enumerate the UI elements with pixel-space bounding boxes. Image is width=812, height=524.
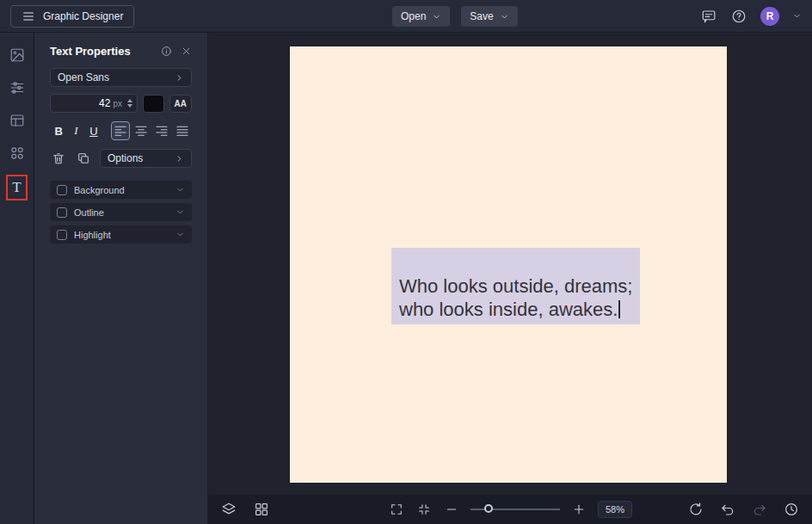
account-chevron-down-icon[interactable]	[792, 11, 802, 21]
sidebar-item-templates[interactable]	[6, 109, 28, 132]
sidebar-item-text[interactable]: T	[6, 175, 28, 200]
align-justify-icon	[175, 124, 189, 138]
help-button[interactable]	[730, 8, 747, 25]
chevron-down-icon[interactable]	[175, 207, 185, 217]
chevron-right-icon	[175, 154, 184, 163]
layers-icon	[221, 502, 237, 517]
options-select[interactable]: Options	[100, 149, 192, 168]
redo-button[interactable]	[751, 501, 768, 518]
sidebar-item-shapes[interactable]	[6, 142, 28, 164]
highlight-checkbox[interactable]	[57, 230, 67, 240]
close-icon[interactable]	[181, 46, 192, 57]
sidebar-item-adjust[interactable]	[6, 77, 28, 99]
undo-button[interactable]	[719, 501, 736, 518]
align-right-button[interactable]	[152, 121, 171, 140]
grid-icon	[254, 502, 269, 517]
chevron-down-icon[interactable]	[175, 185, 185, 194]
background-toggle[interactable]: Background	[50, 181, 192, 199]
align-center-button[interactable]	[132, 121, 151, 140]
layers-button[interactable]	[220, 501, 237, 518]
align-right-icon	[155, 124, 169, 138]
open-button[interactable]: Open	[392, 6, 450, 27]
text-tool-icon: T	[12, 179, 21, 196]
canvas-text: Who looks outside, dreams; who looks ins…	[399, 275, 632, 320]
grid-view-button[interactable]	[253, 501, 270, 518]
save-button[interactable]: Save	[461, 6, 517, 27]
chevron-down-icon	[500, 12, 509, 22]
hamburger-icon	[22, 9, 35, 23]
delete-button[interactable]	[50, 150, 67, 167]
outline-toggle[interactable]: Outline	[50, 203, 192, 221]
stepper-up-icon[interactable]	[127, 99, 132, 102]
zoom-out-button[interactable]	[443, 501, 460, 518]
highlight-toggle[interactable]: Highlight	[50, 225, 192, 244]
underline-button[interactable]: U	[85, 121, 102, 140]
font-size-stepper[interactable]	[127, 99, 132, 108]
font-size-input[interactable]: 42 px	[50, 94, 138, 113]
align-left-icon	[114, 124, 127, 138]
info-icon[interactable]	[161, 46, 172, 57]
bottom-toolbar: 58%	[208, 495, 812, 524]
align-justify-button[interactable]	[173, 121, 192, 140]
text-caret	[618, 300, 620, 318]
zoom-slider[interactable]	[471, 509, 560, 510]
tool-sidebar: T	[0, 33, 34, 524]
canvas-text-element[interactable]: Who looks outside, dreams; who looks ins…	[391, 248, 640, 324]
avatar[interactable]: R	[760, 7, 779, 26]
text-color-swatch[interactable]	[143, 95, 164, 113]
chevron-down-icon	[432, 12, 441, 22]
letter-spacing-button[interactable]: AA	[169, 95, 192, 113]
zoom-out-icon	[445, 502, 458, 516]
window-icon	[9, 113, 25, 128]
undo-icon	[720, 502, 735, 517]
redo-icon	[752, 502, 767, 517]
stepper-down-icon[interactable]	[127, 104, 132, 108]
fullscreen-icon	[390, 502, 403, 516]
zoom-slider-knob[interactable]	[484, 504, 493, 513]
trash-icon	[52, 151, 65, 165]
chevron-down-icon[interactable]	[175, 230, 185, 239]
italic-button[interactable]: I	[67, 121, 84, 140]
background-checkbox[interactable]	[57, 185, 67, 195]
top-bar: Graphic Designer Open Save R	[0, 0, 812, 33]
reset-icon	[688, 502, 704, 517]
history-icon	[784, 502, 799, 517]
design-page[interactable]: Who looks outside, dreams; who looks ins…	[290, 46, 727, 483]
font-family-select[interactable]: Open Sans	[50, 68, 192, 87]
fullscreen-button[interactable]	[388, 501, 405, 518]
sliders-icon	[9, 80, 25, 96]
comment-icon	[701, 9, 717, 24]
canvas-workspace[interactable]: Who looks outside, dreams; who looks ins…	[208, 33, 812, 524]
duplicate-icon	[77, 151, 90, 165]
bold-button[interactable]: B	[50, 121, 67, 140]
align-left-button[interactable]	[111, 121, 130, 140]
shapes-icon	[9, 145, 25, 161]
app-menu-button[interactable]: Graphic Designer	[10, 5, 134, 28]
sidebar-item-images[interactable]	[6, 44, 28, 66]
zoom-percentage[interactable]: 58%	[598, 501, 632, 518]
zoom-in-icon	[572, 502, 586, 516]
fit-to-screen-button[interactable]	[415, 501, 433, 518]
help-icon	[731, 9, 747, 24]
text-properties-panel: Text Properties Open Sans 42 px	[34, 33, 208, 524]
zoom-in-button[interactable]	[570, 501, 587, 518]
panel-title: Text Properties	[50, 45, 131, 58]
align-center-icon	[134, 124, 148, 138]
reset-view-button[interactable]	[687, 501, 704, 518]
duplicate-button[interactable]	[75, 150, 92, 167]
comment-button[interactable]	[700, 8, 717, 25]
chevron-right-icon	[175, 73, 184, 83]
history-button[interactable]	[783, 501, 800, 518]
image-icon	[9, 47, 25, 63]
outline-checkbox[interactable]	[57, 207, 67, 218]
app-title: Graphic Designer	[43, 10, 123, 22]
fit-screen-icon	[417, 502, 431, 516]
